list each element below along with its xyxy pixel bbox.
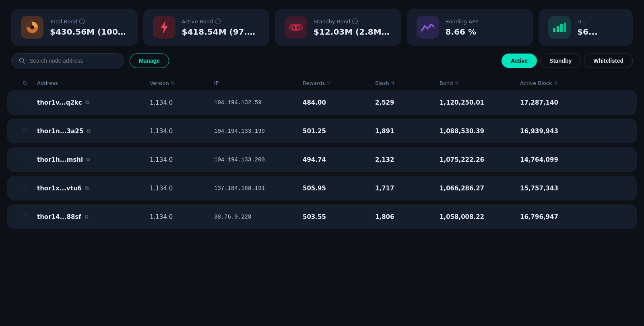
active-bond-icon: [153, 16, 175, 39]
copy-icon-3[interactable]: ⧉: [85, 185, 89, 192]
refresh-icon[interactable]: ↻: [13, 79, 37, 87]
version-value-1: 1.134.0: [150, 128, 214, 135]
sort-icon-rewards: ⇅: [326, 80, 330, 86]
rewards-value-3: 505.95: [303, 185, 375, 192]
version-value-3: 1.134.0: [150, 185, 214, 192]
address-cell-1: thor1n...3a25 ⧉: [37, 128, 150, 135]
controls-bar: Manage Active Standby Whitelisted: [0, 53, 644, 76]
sort-icon-active-block: ⇅: [554, 80, 557, 86]
stat-label-standby-bond: Standby Bond i: [314, 19, 392, 25]
sort-icon-slash: ⇅: [391, 80, 394, 86]
col-header-bond[interactable]: Bond ⇅: [440, 80, 520, 86]
stat-value-total-bond: $430.56M (100.6M ...: [50, 27, 128, 37]
col-header-ip[interactable]: IP: [214, 80, 303, 86]
svg-point-1: [30, 25, 34, 29]
filter-buttons: Active Standby Whitelisted: [502, 54, 633, 68]
stat-value-daily: $6...: [577, 27, 598, 37]
col-header-address[interactable]: Address: [37, 80, 150, 86]
slash-value-3: 1,717: [375, 185, 440, 192]
favorite-icon-0[interactable]: ♡: [13, 98, 37, 107]
svg-line-6: [289, 23, 291, 25]
table-row: ♡ thor14...88sf ⧉ 1.134.0 38.76.0.228 50…: [7, 204, 637, 229]
rewards-value-1: 501.25: [303, 128, 375, 135]
table-body: ♡ thor1v...q2kc ⧉ 1.134.0 104.194.132.59…: [7, 90, 637, 229]
address-value-0: thor1v...q2kc: [37, 99, 82, 106]
svg-line-13: [23, 62, 25, 64]
sort-icon-version: ⇅: [171, 80, 174, 86]
stat-info-standby-bond: Standby Bond i $12.03M (2.8M ᚱ): [314, 19, 392, 37]
copy-icon-0[interactable]: ⧉: [85, 99, 89, 106]
ip-value-1: 104.194.133.199: [214, 128, 303, 134]
info-icon-active-bond[interactable]: i: [215, 19, 221, 24]
svg-rect-10: [560, 24, 563, 32]
copy-icon-4[interactable]: ⧉: [85, 214, 88, 220]
sort-icon-bond: ⇅: [454, 80, 458, 86]
manage-button[interactable]: Manage: [130, 54, 169, 68]
total-bond-icon: [21, 16, 43, 39]
rewards-value-2: 494.74: [303, 156, 375, 163]
table-row: ♡ thor1x...vtu6 ⧉ 1.134.0 137.184.188.19…: [7, 176, 637, 200]
svg-point-5: [295, 27, 297, 29]
active-block-value-2: 14,764,099: [520, 156, 601, 163]
search-input[interactable]: [29, 58, 116, 64]
active-block-value-1: 16,939,943: [520, 128, 601, 135]
info-icon-total-bond[interactable]: i: [79, 19, 85, 24]
active-block-value-0: 17,287,140: [520, 99, 601, 106]
col-header-rewards[interactable]: Rewards ⇅: [303, 80, 375, 86]
version-value-4: 1.134.0: [150, 213, 214, 221]
stat-info-total-bond: Total Bond i $430.56M (100.6M ...: [50, 19, 128, 37]
copy-icon-1[interactable]: ⧉: [87, 128, 90, 134]
svg-rect-11: [564, 23, 566, 32]
stat-card-total-bond: Total Bond i $430.56M (100.6M ...: [11, 9, 138, 46]
address-cell-2: thor1h...mshl ⧉: [37, 156, 150, 163]
rewards-value-4: 503.55: [303, 213, 375, 221]
standby-bond-icon: [285, 16, 307, 39]
table-row: ♡ thor1h...mshl ⧉ 1.134.0 104.194.133.20…: [7, 147, 637, 172]
ip-value-2: 104.194.133.200: [214, 157, 303, 163]
bond-value-1: 1,088,530.39: [440, 128, 520, 135]
active-block-value-4: 16,796,947: [520, 213, 601, 221]
stat-label-daily: D...: [577, 19, 598, 25]
slash-value-0: 2,529: [375, 99, 440, 106]
address-cell-4: thor14...88sf ⧉: [37, 213, 150, 221]
version-value-2: 1.134.0: [150, 156, 214, 163]
filter-whitelisted-button[interactable]: Whitelisted: [584, 54, 633, 68]
slash-value-2: 2,132: [375, 156, 440, 163]
col-header-slash[interactable]: Slash ⇅: [375, 80, 440, 86]
address-cell-0: thor1v...q2kc ⧉: [37, 99, 150, 106]
stat-card-daily: D... $6...: [539, 9, 633, 46]
slash-value-4: 1,806: [375, 213, 440, 221]
stat-info-daily: D... $6...: [577, 19, 598, 37]
stats-bar: Total Bond i $430.56M (100.6M ... Active…: [0, 0, 644, 53]
svg-rect-9: [557, 26, 559, 32]
filter-active-button[interactable]: Active: [502, 54, 537, 68]
search-icon: [19, 58, 25, 64]
stat-value-bonding-apy: 8.66 %: [446, 27, 479, 37]
bond-value-4: 1,058,008.22: [440, 213, 520, 221]
favorite-icon-3[interactable]: ♡: [13, 184, 37, 192]
favorite-icon-4[interactable]: ♡: [13, 213, 37, 221]
stat-value-standby-bond: $12.03M (2.8M ᚱ): [314, 27, 392, 37]
svg-line-7: [301, 23, 302, 25]
bond-value-2: 1,075,222.26: [440, 156, 520, 163]
search-box[interactable]: [11, 53, 124, 68]
filter-standby-button[interactable]: Standby: [540, 54, 581, 68]
copy-icon-2[interactable]: ⧉: [86, 157, 90, 163]
info-icon-standby-bond[interactable]: i: [352, 19, 358, 24]
stat-info-active-bond: Active Bond i $418.54M (97.8M ᚱ): [182, 19, 260, 37]
col-header-active-block[interactable]: Active Block ⇅: [520, 80, 601, 86]
bond-value-3: 1,066,286.27: [440, 185, 520, 192]
ip-value-3: 137.184.188.191: [214, 185, 303, 192]
address-cell-3: thor1x...vtu6 ⧉: [37, 185, 150, 192]
favorite-icon-1[interactable]: ♡: [13, 127, 37, 135]
bonding-apy-icon: [417, 16, 439, 39]
table-row: ♡ thor1v...q2kc ⧉ 1.134.0 104.194.132.59…: [7, 90, 637, 115]
address-value-3: thor1x...vtu6: [37, 185, 82, 192]
favorite-icon-2[interactable]: ♡: [13, 155, 37, 164]
table-header: ↻ Address Version ⇅ IP Rewards ⇅ Slash ⇅…: [7, 76, 637, 90]
daily-icon: [548, 16, 571, 39]
stat-label-active-bond: Active Bond i: [182, 19, 260, 25]
stat-label-bonding-apy: Bonding APY: [446, 19, 479, 25]
col-header-version[interactable]: Version ⇅: [150, 80, 214, 86]
address-value-2: thor1h...mshl: [37, 156, 83, 163]
